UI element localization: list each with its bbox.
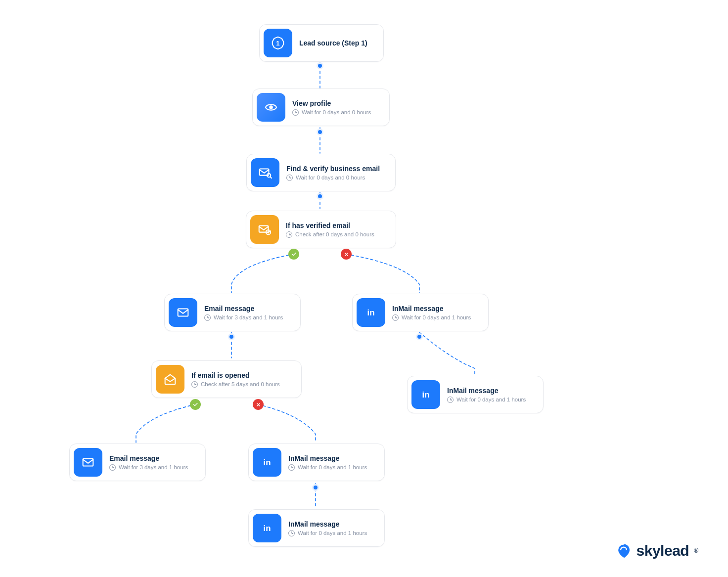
node-inmail-message[interactable]: in InMail message Wait for 0 days and 1 … bbox=[407, 376, 544, 413]
node-title: Email message bbox=[204, 305, 283, 312]
clock-icon bbox=[288, 464, 295, 471]
mail-icon bbox=[169, 298, 197, 327]
clock-icon bbox=[292, 109, 299, 116]
node-inmail-message[interactable]: in InMail message Wait for 0 days and 1 … bbox=[248, 444, 385, 481]
add-step-dot[interactable] bbox=[312, 484, 319, 491]
svg-point-2 bbox=[269, 105, 273, 109]
clock-icon bbox=[204, 314, 211, 321]
clock-icon bbox=[286, 175, 293, 181]
node-subtitle: Check after 5 days and 0 hours bbox=[201, 381, 280, 387]
node-subtitle: Wait for 0 days and 1 hours bbox=[298, 464, 367, 470]
branch-yes-icon bbox=[190, 399, 201, 410]
svg-rect-10 bbox=[83, 459, 93, 466]
clock-icon bbox=[191, 381, 198, 388]
node-email-message[interactable]: Email message Wait for 3 days and 1 hour… bbox=[164, 294, 301, 331]
node-subtitle: Wait for 3 days and 1 hours bbox=[119, 464, 188, 470]
node-subtitle: Wait for 0 days and 1 hours bbox=[298, 530, 367, 536]
add-step-dot[interactable] bbox=[416, 333, 423, 340]
node-subtitle: Wait for 0 days and 0 hours bbox=[296, 175, 365, 180]
svg-text:1: 1 bbox=[276, 40, 279, 47]
node-subtitle: Check after 0 days and 0 hours bbox=[295, 231, 374, 237]
node-subtitle: Wait for 3 days and 1 hours bbox=[214, 314, 283, 320]
node-if-verified-email[interactable]: If has verified email Check after 0 days… bbox=[246, 211, 396, 248]
add-step-dot[interactable] bbox=[317, 129, 323, 135]
node-title: Find & verify business email bbox=[286, 165, 380, 173]
branch-no-icon bbox=[253, 399, 264, 410]
linkedin-icon: in bbox=[253, 448, 281, 477]
mail-icon bbox=[74, 448, 102, 477]
node-find-verify-email[interactable]: Find & verify business email Wait for 0 … bbox=[246, 154, 396, 191]
node-title: InMail message bbox=[288, 520, 367, 528]
linkedin-icon: in bbox=[357, 298, 385, 327]
node-inmail-message[interactable]: in InMail message Wait for 0 days and 1 … bbox=[352, 294, 489, 331]
node-if-email-opened[interactable]: If email is opened Check after 5 days an… bbox=[151, 360, 302, 398]
registered-mark: ® bbox=[694, 547, 698, 554]
linkedin-icon: in bbox=[411, 380, 440, 409]
add-step-dot[interactable] bbox=[317, 193, 323, 200]
add-step-dot[interactable] bbox=[228, 333, 235, 340]
node-lead-source[interactable]: 1 Lead source (Step 1) bbox=[259, 24, 384, 62]
node-title: View profile bbox=[292, 99, 371, 107]
node-subtitle: Wait for 0 days and 0 hours bbox=[302, 109, 371, 115]
brand-mark-icon bbox=[615, 542, 633, 560]
svg-rect-7 bbox=[178, 309, 188, 316]
mail-open-icon bbox=[156, 365, 184, 394]
clock-icon bbox=[447, 397, 454, 403]
node-title: InMail message bbox=[447, 387, 526, 395]
add-step-dot[interactable] bbox=[317, 62, 323, 69]
node-subtitle: Wait for 0 days and 1 hours bbox=[402, 314, 471, 320]
connectors bbox=[0, 0, 728, 577]
node-subtitle: Wait for 0 days and 1 hours bbox=[456, 397, 526, 402]
brand-logo: skylead ® bbox=[615, 542, 698, 560]
svg-text:in: in bbox=[422, 390, 430, 399]
node-email-message[interactable]: Email message Wait for 3 days and 1 hour… bbox=[69, 444, 206, 481]
branch-yes-icon bbox=[288, 249, 299, 260]
brand-name: skylead bbox=[637, 542, 689, 559]
node-view-profile[interactable]: View profile Wait for 0 days and 0 hours bbox=[252, 89, 390, 126]
linkedin-icon: in bbox=[253, 514, 281, 542]
eye-icon bbox=[257, 93, 285, 122]
svg-text:in: in bbox=[264, 458, 271, 467]
mail-search-icon bbox=[251, 158, 279, 187]
svg-text:in: in bbox=[264, 524, 271, 533]
node-inmail-message[interactable]: in InMail message Wait for 0 days and 1 … bbox=[248, 509, 385, 547]
node-title: If has verified email bbox=[286, 222, 374, 229]
mail-check-icon bbox=[250, 215, 279, 244]
clock-icon bbox=[286, 231, 292, 238]
branch-no-icon bbox=[341, 249, 352, 260]
badge-step1-icon: 1 bbox=[264, 29, 292, 57]
node-title: InMail message bbox=[392, 305, 471, 312]
node-title: If email is opened bbox=[191, 371, 280, 379]
clock-icon bbox=[392, 314, 399, 321]
node-title: Lead source (Step 1) bbox=[299, 39, 373, 47]
clock-icon bbox=[288, 530, 295, 536]
flow-canvas: 1 Lead source (Step 1) View profile Wait… bbox=[0, 0, 728, 577]
node-title: InMail message bbox=[288, 454, 367, 462]
clock-icon bbox=[109, 464, 116, 471]
svg-text:in: in bbox=[367, 308, 375, 317]
node-title: Email message bbox=[109, 454, 188, 462]
svg-rect-5 bbox=[259, 226, 269, 232]
